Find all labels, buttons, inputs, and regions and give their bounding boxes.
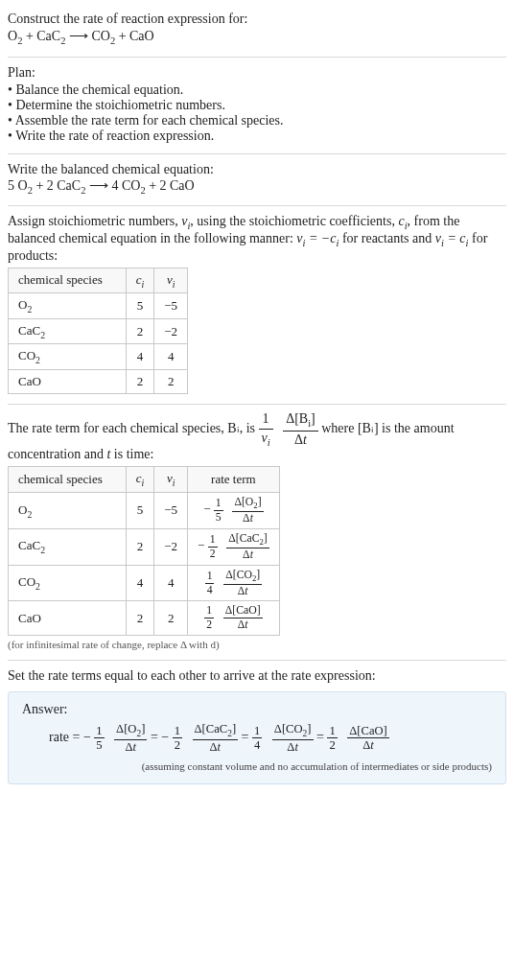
cell-species: CaC2	[9, 318, 127, 344]
col-nui: νi	[154, 467, 188, 493]
coef-fraction: 14	[205, 571, 215, 595]
coef-fraction: 12	[327, 725, 337, 752]
final-section: Set the rate terms equal to each other t…	[8, 663, 506, 793]
rate-term-table: chemical species ci νi rate term O2 5 −5…	[8, 466, 280, 635]
stoich-section: Assign stoichiometric numbers, νi, using…	[8, 208, 506, 402]
coef-fraction: 14	[252, 725, 262, 752]
cell-nui: −2	[154, 528, 188, 565]
cell-nui: 2	[154, 601, 188, 635]
cell-nui: −5	[154, 493, 188, 529]
plan-item: Balance the chemical equation.	[8, 82, 506, 98]
cell-species: CO2	[9, 344, 127, 370]
delta-fraction: Δ[CaC2]Δt	[226, 533, 269, 561]
relation-products: νi = ci	[435, 231, 469, 245]
col-species: chemical species	[9, 467, 127, 493]
table-row: CO2 4 4	[9, 344, 188, 370]
cell-species: CaO	[9, 601, 127, 635]
cell-rate: 14 Δ[CO2]Δt	[188, 565, 280, 601]
cell-nui: 4	[154, 565, 188, 601]
coef-fraction: 1 νi	[259, 412, 273, 448]
final-intro: Set the rate terms equal to each other t…	[8, 668, 506, 684]
table-row: CaO 2 2	[9, 369, 188, 393]
table-row: CO2 4 4 14 Δ[CO2]Δt	[9, 565, 280, 601]
delta-fraction: Δ[CaC2]Δt	[193, 723, 239, 754]
table-row: CaO 2 2 12 Δ[CaO]Δt	[9, 601, 280, 635]
coef-fraction: 15	[94, 725, 104, 752]
cell-species: O2	[9, 293, 127, 319]
sign: −	[203, 502, 210, 516]
table-row: CaC2 2 −2	[9, 318, 188, 344]
cell-species: CaC2	[9, 528, 127, 565]
sign: −	[198, 538, 204, 552]
plan-item: Write the rate of reaction expression.	[8, 128, 506, 144]
cell-ci: 2	[126, 528, 154, 565]
divider	[8, 153, 506, 154]
stoich-table: chemical species ci νi O2 5 −5 CaC2 2 −2…	[8, 268, 188, 394]
text: Assign stoichiometric numbers,	[8, 214, 181, 228]
plan-list: Balance the chemical equation. Determine…	[8, 82, 506, 144]
divider	[8, 205, 506, 206]
col-rate: rate term	[188, 467, 280, 493]
equals: =	[242, 730, 252, 744]
delta-fraction: Δ[O2]Δt	[232, 497, 263, 525]
balanced-intro: Write the balanced chemical equation:	[8, 162, 506, 177]
delta-fraction: Δ[Bi] Δt	[283, 412, 318, 448]
relation-reactants: νi = −ci	[296, 231, 339, 245]
divider	[8, 57, 506, 58]
delta-fraction: Δ[CO2]Δt	[272, 723, 314, 754]
cell-nui: 4	[154, 344, 188, 370]
cell-ci: 2	[126, 601, 154, 635]
plan-title: Plan:	[8, 65, 506, 81]
cell-ci: 4	[126, 565, 154, 601]
cell-nui: −5	[154, 293, 188, 319]
text: for reactants and	[339, 231, 434, 245]
delta-fraction: Δ[CaO]Δt	[223, 605, 263, 630]
cell-nui: −2	[154, 318, 188, 344]
frac-den: νi	[259, 430, 273, 448]
delta-fraction: Δ[CO2]Δt	[223, 570, 262, 597]
table-row: O2 5 −5 − 15 Δ[O2]Δt	[9, 493, 280, 529]
balanced-equation: 5 O2 + 2 CaC2 ⟶ 4 CO2 + 2 CaO	[8, 177, 506, 196]
page: Construct the rate of reaction expressio…	[0, 0, 514, 811]
cell-ci: 5	[126, 493, 154, 529]
unbalanced-equation: O2 + CaC2 ⟶ CO2 + CaO	[8, 28, 506, 47]
plan-section: Plan: Balance the chemical equation. Det…	[8, 59, 506, 152]
text: The rate term for each chemical species,…	[8, 421, 259, 435]
assumption-note: (assuming constant volume and no accumul…	[22, 760, 492, 772]
coef-fraction: 15	[214, 498, 223, 523]
text: , using the stoichiometric coefficients,	[190, 214, 398, 228]
col-ci: ci	[126, 467, 154, 493]
frac-num: Δ[Bi]	[283, 412, 318, 432]
cell-ci: 2	[126, 369, 154, 393]
cell-species: O2	[9, 493, 127, 529]
cell-ci: 2	[126, 318, 154, 344]
cell-nui: 2	[154, 369, 188, 393]
cell-rate: − 12 Δ[CaC2]Δt	[188, 528, 280, 565]
plan-item: Determine the stoichiometric numbers.	[8, 98, 506, 113]
delta-fraction: Δ[CaO]Δt	[347, 725, 389, 752]
equals: =	[316, 730, 327, 744]
coef-fraction: 12	[173, 725, 182, 752]
delta-fraction: Δ[O2]Δt	[114, 723, 147, 754]
sign: −	[161, 730, 169, 744]
cell-rate: 12 Δ[CaO]Δt	[188, 601, 280, 635]
frac-den: Δt	[283, 432, 318, 448]
cell-species: CO2	[9, 565, 127, 601]
divider	[8, 404, 506, 405]
col-ci: ci	[126, 268, 154, 293]
cell-rate: − 15 Δ[O2]Δt	[188, 493, 280, 529]
coef-fraction: 12	[204, 605, 214, 630]
cell-ci: 4	[126, 344, 154, 370]
rate-expression: rate = − 15 Δ[O2]Δt = − 12 Δ[CaC2]Δt = 1…	[22, 723, 492, 754]
text: is time:	[110, 447, 153, 461]
table-row: CaC2 2 −2 − 12 Δ[CaC2]Δt	[9, 528, 280, 565]
stoich-intro: Assign stoichiometric numbers, νi, using…	[8, 214, 506, 264]
table-header-row: chemical species ci νi rate term	[9, 467, 280, 493]
prompt-text: Construct the rate of reaction expressio…	[8, 12, 506, 28]
answer-label: Answer:	[22, 702, 492, 717]
prompt-section: Construct the rate of reaction expressio…	[8, 6, 506, 55]
plan-item: Assemble the rate term for each chemical…	[8, 113, 506, 128]
answer-box: Answer: rate = − 15 Δ[O2]Δt = − 12 Δ[CaC…	[8, 691, 506, 785]
equals: =	[151, 730, 161, 744]
footnote: (for infinitesimal rate of change, repla…	[8, 639, 506, 650]
